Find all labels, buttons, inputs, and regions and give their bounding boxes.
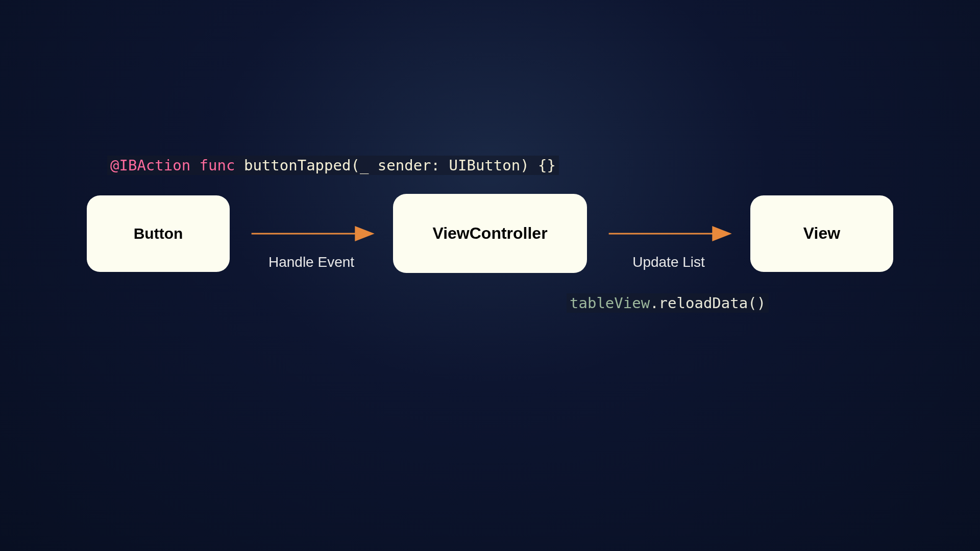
code-punct: ) (520, 157, 529, 174)
code-keyword: func (200, 157, 235, 174)
node-button-label: Button (134, 225, 183, 242)
arrow-label-handle-event: Handle Event (268, 254, 354, 270)
arrow-update-list: Update List (587, 195, 750, 272)
code-braces: {} (529, 157, 556, 174)
node-button: Button (87, 195, 230, 272)
arrow-icon (587, 226, 750, 241)
code-object: tableView (570, 294, 650, 312)
node-view: View (750, 195, 893, 272)
code-parens: () (748, 294, 766, 312)
code-snippet-top: @IBAction func buttonTapped(_ sender: UI… (107, 156, 559, 175)
code-punct: ( (351, 157, 359, 174)
code-function-name: buttonTapped (244, 157, 351, 174)
arrow-handle-event: Handle Event (230, 195, 393, 272)
diagram-container: @IBAction func buttonTapped(_ sender: UI… (87, 194, 893, 273)
code-snippet-bottom: tableView.reloadData() (567, 293, 769, 313)
code-dot: . (650, 294, 658, 312)
code-param-type: UIButton (440, 157, 520, 174)
node-view-label: View (803, 224, 840, 243)
arrow-icon (230, 226, 393, 241)
code-attribute: @IBAction (110, 157, 190, 174)
node-viewcontroller-label: ViewController (432, 224, 547, 243)
code-method: reloadData (659, 294, 748, 312)
code-param-label: _ sender: (360, 157, 440, 174)
arrow-label-update-list: Update List (632, 254, 705, 270)
node-viewcontroller: ViewController (393, 194, 587, 273)
flow-row: Button Handle Event ViewController (87, 194, 893, 273)
